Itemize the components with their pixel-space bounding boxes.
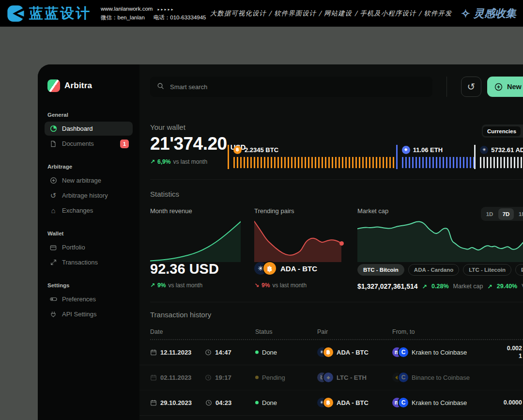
status-dot <box>255 376 259 379</box>
route-cell: mCKraken to Coinbase <box>392 398 467 407</box>
holding-ada: ✳5732.61 ADA <box>474 145 523 169</box>
route-text: Kraken to Coinbase <box>412 349 467 356</box>
table-row[interactable]: 12.11.202314:47Done✳฿ADA - BTCmCKraken t… <box>139 340 523 365</box>
coin-pill-btc-bitcoin[interactable]: BTC - Bitcoin <box>357 264 404 276</box>
market-cap-chart <box>357 220 523 262</box>
sidebar-item-portfolio[interactable]: Portfolio <box>45 240 133 254</box>
table-row[interactable]: 02.11.202319:17PendingŁ◆LTC - ETH◆CBinan… <box>139 365 523 390</box>
history-button[interactable]: ↺ <box>461 77 481 97</box>
main-content: ↺ New arbitrage Your wallet Currencies E… <box>139 64 523 420</box>
date-cell: 29.10.202304:23 <box>150 399 231 406</box>
market-coin-pills: BTC - BitcoinADA - CardanoLTC - Litecoin… <box>357 264 523 276</box>
btc-coin-icon: ฿ <box>263 262 276 275</box>
transactions-icon <box>49 259 57 266</box>
route-text: Binance to Coinbase <box>412 374 470 381</box>
holding-eth: ◆11.06 ETH <box>396 145 475 169</box>
ada-coin-icon: ✳ <box>480 146 488 154</box>
section-label: Wallet <box>45 231 133 236</box>
range-1m[interactable]: 1M <box>515 208 523 220</box>
divider <box>150 302 523 302</box>
status-dot <box>255 401 259 404</box>
website-link[interactable]: www.lanlanwork.com <box>101 6 153 12</box>
sidebar-item-label: Preferences <box>62 296 96 303</box>
sidebar-item-exchanges[interactable]: ⌂Exchanges <box>45 203 133 218</box>
amount-cell: 0.0000 <box>504 399 522 406</box>
calendar-icon <box>150 374 157 381</box>
sparkle-icon: ✧ <box>461 7 470 20</box>
wallet-change: ↗ 6,9% vs last month <box>150 158 207 165</box>
holding-ticks <box>233 157 396 168</box>
clock-icon <box>205 349 212 356</box>
phone-text: 电话：010-63334945 <box>154 15 206 20</box>
wechat-text: 微信：ben_lanlan <box>101 15 145 20</box>
coin-pill-ltc-litecoin[interactable]: LTC - Litecoin <box>463 264 511 276</box>
sidebar-item-label: Exchanges <box>62 207 93 214</box>
holding-label: ฿2.2345 BTC <box>233 145 396 155</box>
holding-ticks <box>402 157 475 168</box>
sidebar-nav: GeneralDashboardDocuments1ArbitrageNew a… <box>45 112 133 321</box>
lanlan-logo[interactable]: 蓝蓝设计 <box>0 4 91 23</box>
sidebar-item-documents[interactable]: Documents1 <box>45 137 133 151</box>
arbitra-logo-icon <box>47 79 60 92</box>
wallet-section-title: Your wallet <box>150 123 185 131</box>
pair-icons: ✳฿ <box>254 262 276 275</box>
pair-text: ADA - BTC <box>337 349 369 356</box>
sidebar-item-transactions[interactable]: Transactions <box>45 255 133 269</box>
route-text: Kraken to Coinbase <box>412 399 467 406</box>
plus-circle-icon <box>494 83 503 91</box>
calendar-icon <box>150 349 157 356</box>
status-cell: Done <box>255 399 277 406</box>
promo-banner: 蓝蓝设计 www.lanlanwork.com▸▸▸▸▸ 微信：ben_lanl… <box>0 0 523 27</box>
status-cell: Pending <box>255 374 285 381</box>
plus-circle-icon <box>49 177 57 185</box>
sidebar-item-api-settings[interactable]: API Settings <box>45 307 133 321</box>
coin-pill-ada-cardano[interactable]: ADA - Cardano <box>408 264 459 276</box>
pair-icons: Ł◆ <box>317 373 333 382</box>
holdings-bar: ฿2.2345 BTC◆11.06 ETH✳5732.61 ADA <box>228 145 523 169</box>
sidebar-item-label: Documents <box>62 140 94 147</box>
route-cell: ◆CBinance to Coinbase <box>392 373 470 382</box>
pair-cell: ✳฿ADA - BTC <box>317 398 369 407</box>
range-1d[interactable]: 1D <box>482 208 497 220</box>
sidebar-item-label: Arbitrage history <box>62 192 108 199</box>
trend-down-icon: ↘ <box>254 282 259 289</box>
trending-pair: ✳฿ ADA - BTC <box>254 262 317 275</box>
table-row[interactable]: 29.10.202304:23Done✳฿ADA - BTCmCKraken t… <box>139 390 523 416</box>
date-text: 29.10.2023 <box>160 399 192 406</box>
pair-cell: Ł◆LTC - ETH <box>317 373 367 382</box>
range-7d[interactable]: 7D <box>498 208 514 220</box>
portfolio-icon <box>49 244 57 251</box>
market-cap-value: $1,327,027,361,514 <box>357 282 418 290</box>
pair-text: ADA - BTC <box>337 399 369 406</box>
search-bar <box>150 77 432 97</box>
month-revenue-value: 92.36 USD <box>150 261 219 277</box>
timerange-toggle: 1D7D1M <box>481 207 523 221</box>
sidebar-item-label: New arbitrage <box>62 177 101 184</box>
date-text: 02.11.2023 <box>160 374 191 381</box>
sidebar-item-preferences[interactable]: Preferences <box>45 292 133 306</box>
inspiration-collect-link[interactable]: ✧ 灵感收集 <box>456 6 523 21</box>
sidebar-item-label: Transactions <box>62 259 98 266</box>
time-text: 04:23 <box>215 399 231 406</box>
new-arbitrage-button[interactable]: New arbitrage <box>487 77 523 97</box>
services-text: 大数据可视化设计 / 软件界面设计 / 网站建设 / 手机及小程序设计 / 软件… <box>206 9 456 18</box>
sidebar-item-dashboard[interactable]: Dashboard <box>45 122 133 136</box>
search-input[interactable] <box>169 83 426 91</box>
coin-pill-eth-ethereum[interactable]: ETH - Ethereum <box>515 264 523 276</box>
month-revenue-change: ↗ 9% vs last month <box>150 282 202 289</box>
amount-cell: 0.0021 <box>507 344 522 360</box>
pair-text: LTC - ETH <box>337 374 367 381</box>
sidebar-item-new-arbitrage[interactable]: New arbitrage <box>45 173 133 187</box>
holding-label: ✳5732.61 ADA <box>480 145 523 155</box>
holding-amount: 2.2345 BTC <box>245 146 278 154</box>
chart-end-dot <box>339 241 344 246</box>
btc-coin-icon: ฿ <box>323 347 333 357</box>
sidebar-section-general: GeneralDashboardDocuments1 <box>45 112 133 151</box>
col-pair: Pair <box>317 328 328 335</box>
notification-badge: 1 <box>120 140 129 148</box>
toggle-currencies[interactable]: Currencies <box>483 126 521 136</box>
time-text: 19:17 <box>215 374 231 381</box>
status-text: Done <box>262 399 277 406</box>
sidebar-item-arbitrage-history[interactable]: ↺Arbitrage history <box>45 188 133 202</box>
section-label: Settings <box>45 282 133 288</box>
